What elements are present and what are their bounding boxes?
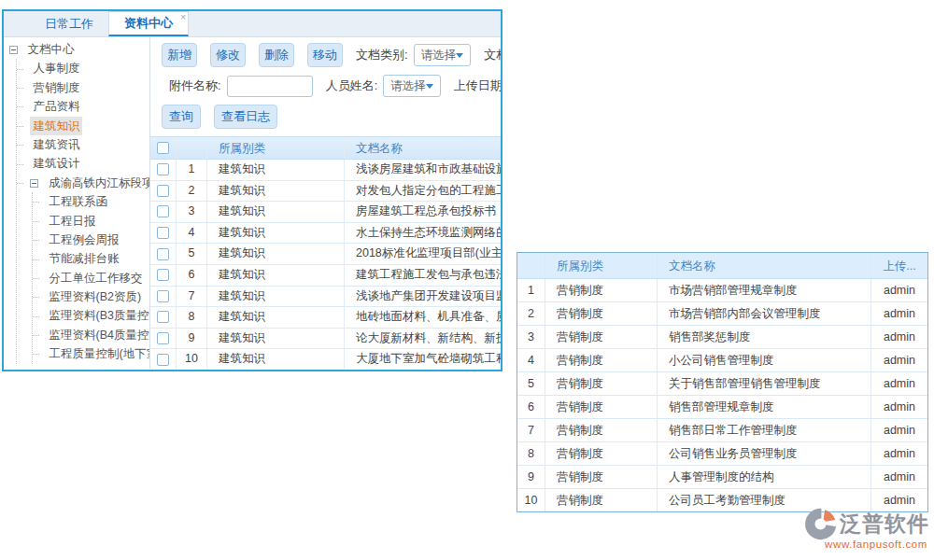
row-checkbox[interactable]: [157, 185, 169, 197]
person-name-value: 请选择: [390, 78, 426, 94]
tab-data-center[interactable]: 资料中心 ×: [108, 11, 189, 36]
row-category: 营销制度: [545, 326, 658, 348]
upload-date-label: 上传日期: [454, 77, 501, 94]
person-name-label: 人员姓名:: [326, 77, 378, 94]
row-category: 营销制度: [545, 419, 658, 441]
logo-text: 泛普软件: [840, 510, 929, 539]
table-row[interactable]: 6 建筑知识 建筑工程施工发包与承包违法行为认定...: [150, 265, 501, 287]
row-doc-name: 公司销售业务员管理制度: [658, 442, 871, 465]
row-uploader: admin: [871, 279, 927, 301]
move-button[interactable]: 移动: [307, 43, 343, 67]
tree-item[interactable]: 工程日报: [33, 212, 149, 231]
tab-daily-work[interactable]: 日常工作: [30, 11, 108, 36]
row-doc-name: 销售部管理规章制度: [658, 396, 871, 418]
tree-item[interactable]: 分工单位工作移交: [33, 269, 149, 287]
row-category: 建筑知识: [207, 160, 345, 180]
table-row[interactable]: 5 营销制度 关于销售部管理销售管理制度 admin: [517, 372, 927, 396]
row-doc-name: 浅谈地产集团开发建设项目监理规划编...: [345, 287, 501, 307]
table-row[interactable]: 2 建筑知识 对发包人指定分包的工程施工进度安排...: [150, 181, 501, 203]
row-doc-name: 大厦地下室加气砼墙砌筑工程的施工方...: [345, 349, 501, 369]
table-row[interactable]: 2 营销制度 市场营销部内部会议管理制度 admin: [517, 302, 927, 326]
tree-item-selected[interactable]: 建筑知识: [17, 117, 149, 135]
chevron-down-icon: [456, 53, 463, 58]
row-checkbox[interactable]: [157, 354, 169, 366]
logo-url: www.fanpusoft.com: [825, 539, 927, 550]
tree-item[interactable]: 产品资料: [17, 97, 149, 116]
row-index: 3: [517, 326, 545, 348]
tree-item[interactable]: 监理资料(B4质量控制): [33, 326, 149, 344]
delete-button[interactable]: 删除: [259, 43, 294, 67]
row-doc-name: 论大厦新材料、新结构、新技术，新工...: [345, 329, 501, 349]
attachment-name-input[interactable]: [227, 76, 313, 97]
table-row[interactable]: 9 建筑知识 论大厦新材料、新结构、新技术，新工...: [150, 329, 501, 350]
category-header: 所属别类: [545, 253, 658, 278]
tree-item-label: 工程例会周报: [46, 231, 121, 249]
marketing-docs-table: 所属别类 文档名称 上传... 1 营销制度 市场营销部管理规章制度 admin…: [517, 252, 928, 512]
table-row[interactable]: 7 营销制度 销售部日常工作管理制度 admin: [517, 419, 927, 442]
table-row[interactable]: 7 建筑知识 浅谈地产集团开发建设项目监理规划编...: [150, 287, 501, 308]
person-name-select[interactable]: 请选择: [383, 75, 441, 97]
tab-bar: 日常工作 资料中心 ×: [4, 11, 501, 37]
tree-item[interactable]: 节能减排台账: [33, 249, 149, 268]
row-checkbox[interactable]: [157, 290, 169, 302]
tree-item-project[interactable]: 成渝高铁内江标段项目: [17, 174, 149, 192]
table-row[interactable]: 10 建筑知识 大厦地下室加气砼墙砌筑工程的施工方...: [150, 349, 501, 369]
row-index: 8: [177, 307, 207, 328]
tab-close-icon[interactable]: ×: [180, 13, 186, 22]
row-category: 建筑知识: [207, 349, 345, 369]
row-uploader: admin: [871, 372, 927, 395]
tree-item[interactable]: 营销制度: [17, 78, 149, 97]
collapse-icon[interactable]: [30, 179, 38, 188]
tree-item[interactable]: 监理资料(B2资质): [33, 287, 149, 306]
collapse-icon[interactable]: [9, 46, 18, 54]
tree-root-document-center[interactable]: 文档中心: [4, 40, 149, 59]
table-row[interactable]: 4 建筑知识 水土保持生态环境监测网络的建设与资...: [150, 223, 501, 245]
tree-item[interactable]: 人事制度: [17, 59, 149, 77]
query-button[interactable]: 查询: [162, 105, 201, 129]
tree-item-label: 建筑知识: [30, 117, 82, 135]
table-row[interactable]: 3 建筑知识 房屋建筑工程总承包投标书（技术标）...: [150, 202, 501, 223]
row-checkbox[interactable]: [157, 205, 169, 217]
row-checkbox[interactable]: [157, 248, 169, 260]
tree-item[interactable]: 工程质量控制(地下室): [33, 344, 149, 363]
row-checkbox[interactable]: [157, 163, 169, 175]
table-row[interactable]: 6 营销制度 销售部管理规章制度 admin: [517, 396, 927, 419]
tree-item[interactable]: 建筑资讯: [17, 135, 149, 154]
tree-item[interactable]: 建筑设计: [17, 154, 149, 173]
row-index: 4: [517, 349, 545, 371]
table-row[interactable]: 3 营销制度 销售部奖惩制度 admin: [517, 326, 927, 349]
row-checkbox[interactable]: [157, 311, 169, 323]
table-row[interactable]: 4 营销制度 小公司销售管理制度 admin: [517, 349, 927, 372]
row-checkbox[interactable]: [157, 332, 169, 344]
select-all-checkbox[interactable]: [157, 142, 169, 154]
row-doc-name: 销售部日常工作管理制度: [658, 419, 871, 441]
row-index: 6: [177, 265, 207, 286]
row-category: 建筑知识: [207, 287, 345, 307]
modify-button[interactable]: 修改: [210, 43, 246, 67]
view-log-button[interactable]: 查看日志: [214, 105, 277, 129]
table-row[interactable]: 5 建筑知识 2018标准化监理项目部(业主项目部)人员...: [150, 244, 501, 265]
row-category: 营销制度: [545, 442, 658, 465]
table-row[interactable]: 1 建筑知识 浅谈房屋建筑和市政基础设施工程施工...: [150, 160, 501, 181]
table-row[interactable]: 8 建筑知识 地砖地面材料、机具准备、质量要求及...: [150, 307, 501, 329]
tree-item-label: 分工单位工作移交: [46, 269, 145, 287]
table-row[interactable]: 9 营销制度 人事管理制度的结构 admin: [517, 466, 927, 489]
table-row[interactable]: 1 营销制度 市场营销部管理规章制度 admin: [517, 279, 927, 302]
row-doc-name: 销售部奖惩制度: [658, 326, 871, 348]
row-checkbox[interactable]: [157, 227, 169, 239]
tree-item[interactable]: 监理资料(B3质量控制): [33, 306, 149, 325]
tree-item[interactable]: 工程例会周报: [33, 231, 149, 249]
table-header-row: 所属别类 文档名称 上传...: [517, 253, 927, 279]
doc-category-select[interactable]: 请选择: [414, 44, 472, 66]
row-index: 2: [177, 181, 207, 202]
table-row[interactable]: 8 营销制度 公司销售业务员管理制度 admin: [517, 442, 927, 466]
row-category: 建筑知识: [207, 181, 345, 202]
add-button[interactable]: 新增: [162, 43, 197, 67]
row-checkbox[interactable]: [157, 269, 169, 281]
tree-item[interactable]: 工程联系函: [33, 192, 149, 211]
row-doc-name: 市场营销部管理规章制度: [658, 279, 871, 301]
fanpu-logo-icon: [803, 507, 838, 541]
row-doc-name: 关于销售部管理销售管理制度: [658, 372, 871, 395]
row-index: 10: [517, 489, 545, 511]
uploader-header: 上传...: [871, 253, 927, 278]
